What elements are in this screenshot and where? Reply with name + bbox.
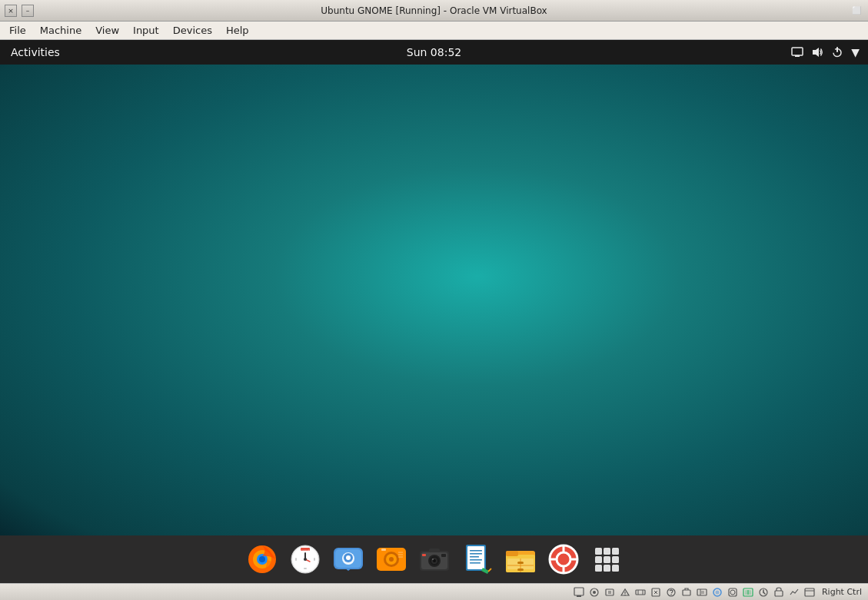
svg-rect-47: [470, 553, 482, 555]
menu-file[interactable]: File: [3, 23, 32, 38]
status-icon-4[interactable]: [619, 586, 631, 598]
svg-text:GNOME: GNOME: [301, 549, 310, 552]
svg-point-24: [346, 555, 351, 560]
gnome-topbar: Activities Sun 08:52: [0, 40, 868, 65]
svg-rect-110: [775, 591, 783, 596]
dock-camera[interactable]: [414, 539, 454, 579]
svg-point-41: [432, 559, 434, 560]
dock-help[interactable]: [544, 539, 584, 579]
svg-rect-46: [470, 550, 482, 552]
status-icon-3[interactable]: [604, 586, 616, 598]
status-icon-6[interactable]: [650, 586, 662, 598]
maximize-button[interactable]: ⬜: [850, 4, 863, 18]
status-icon-13[interactable]: [757, 586, 770, 598]
svg-rect-30: [381, 549, 386, 551]
svg-line-109: [763, 592, 765, 594]
status-icon-14[interactable]: [773, 586, 785, 598]
status-icon-10[interactable]: [711, 586, 723, 598]
desktop-background[interactable]: [0, 65, 868, 535]
status-icon-15[interactable]: [788, 586, 800, 598]
vbox-statusbar: Right Ctrl: [0, 583, 868, 600]
svg-point-8: [259, 556, 265, 562]
power-tray-icon[interactable]: [829, 45, 846, 60]
svg-rect-82: [606, 589, 614, 595]
status-icon-5[interactable]: [634, 586, 647, 598]
window-title: Ubuntu GNOME [Running] - Oracle VM Virtu…: [321, 5, 547, 16]
svg-point-103: [730, 590, 735, 595]
status-icon-9[interactable]: [696, 586, 708, 598]
svg-rect-96: [683, 590, 690, 595]
dock-rhythmbox[interactable]: [371, 539, 411, 579]
svg-point-29: [389, 557, 394, 562]
svg-rect-12: [304, 568, 307, 569]
svg-rect-14: [314, 558, 315, 561]
status-icon-2[interactable]: [588, 586, 600, 598]
svg-rect-48: [470, 556, 479, 558]
dock-writer[interactable]: [457, 539, 497, 579]
svg-rect-43: [422, 554, 426, 556]
svg-rect-79: [577, 595, 581, 597]
status-icon-1[interactable]: [573, 586, 585, 598]
svg-rect-59: [517, 562, 524, 564]
menu-help[interactable]: Help: [220, 23, 255, 38]
svg-rect-111: [805, 588, 814, 596]
status-icon-16[interactable]: [803, 586, 816, 598]
svg-point-101: [715, 590, 719, 594]
taskbar-dock: GNOME: [0, 535, 868, 583]
sound-tray-icon[interactable]: [809, 45, 826, 60]
svg-rect-69: [595, 548, 602, 555]
menu-input[interactable]: Input: [127, 23, 165, 38]
svg-rect-75: [595, 565, 602, 572]
clock-display[interactable]: Sun 08:52: [407, 46, 461, 58]
svg-rect-1: [795, 55, 800, 57]
svg-rect-71: [612, 548, 619, 555]
status-icon-11[interactable]: [727, 586, 739, 598]
svg-rect-88: [636, 590, 645, 595]
dock-files[interactable]: [501, 539, 540, 579]
virtualbox-window: × – Ubuntu GNOME [Running] - Oracle VM V…: [0, 0, 868, 600]
menu-machine[interactable]: Machine: [34, 23, 88, 38]
svg-rect-60: [517, 569, 524, 571]
svg-point-81: [593, 591, 596, 594]
close-button[interactable]: ×: [5, 5, 17, 17]
screen-tray-icon[interactable]: [789, 45, 806, 60]
dock-clock[interactable]: GNOME: [285, 539, 325, 579]
status-icon-8[interactable]: [680, 586, 693, 598]
svg-rect-77: [612, 565, 619, 572]
activities-button[interactable]: Activities: [6, 45, 65, 60]
svg-rect-78: [574, 588, 584, 595]
status-icon-12[interactable]: [742, 586, 754, 598]
menu-view[interactable]: View: [89, 23, 125, 38]
svg-rect-0: [792, 48, 803, 55]
svg-marker-2: [813, 48, 819, 57]
system-tray: ▼: [789, 45, 862, 60]
svg-rect-45: [467, 546, 484, 569]
svg-rect-70: [604, 548, 610, 555]
minimize-button[interactable]: –: [22, 5, 34, 17]
svg-rect-55: [506, 551, 518, 556]
status-icon-7[interactable]: [665, 586, 677, 598]
menu-devices[interactable]: Devices: [167, 23, 218, 38]
title-bar-right: ⬜: [850, 4, 863, 18]
svg-rect-49: [470, 559, 482, 561]
svg-point-95: [670, 594, 672, 595]
title-bar: × – Ubuntu GNOME [Running] - Oracle VM V…: [0, 0, 868, 22]
svg-rect-36: [429, 549, 440, 552]
svg-rect-50: [470, 562, 481, 564]
svg-rect-76: [604, 565, 610, 572]
svg-rect-13: [295, 558, 297, 561]
svg-rect-52: [487, 568, 492, 572]
desktop-container: Activities Sun 08:52: [0, 40, 868, 583]
menu-bar: File Machine View Input Devices Help: [0, 22, 868, 40]
dock-empathy[interactable]: [328, 539, 368, 579]
dock-firefox[interactable]: [242, 539, 282, 579]
svg-rect-99: [701, 591, 704, 594]
svg-rect-74: [612, 556, 619, 563]
tray-dropdown-icon[interactable]: ▼: [849, 45, 862, 60]
svg-point-87: [624, 594, 626, 595]
right-ctrl-label: Right Ctrl: [822, 587, 862, 597]
svg-rect-42: [441, 554, 446, 557]
svg-rect-72: [595, 556, 602, 563]
title-bar-controls: × –: [5, 5, 34, 17]
dock-app-grid[interactable]: [587, 539, 627, 579]
